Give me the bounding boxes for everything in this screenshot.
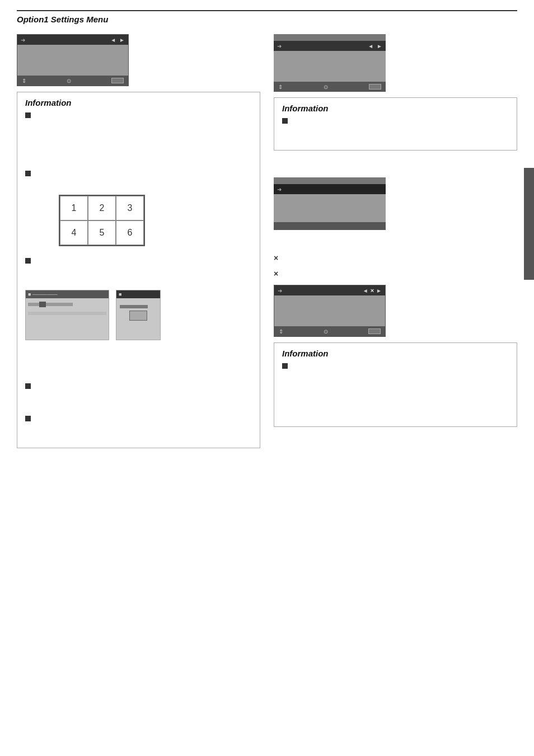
blank-line-5 <box>25 154 252 162</box>
mini-rect <box>129 311 147 321</box>
slider-widget[interactable] <box>28 303 73 306</box>
small-widget-left-label: ■ ─────── <box>28 292 58 297</box>
widget-row: ■ ─────── ■ <box>25 290 252 340</box>
blank-line-1 <box>25 123 252 131</box>
arrow-left-icon-right[interactable]: ◄ <box>368 43 373 49</box>
menu-arrow-indicator-x: ➜ <box>278 288 282 294</box>
blank-line-13 <box>25 394 252 402</box>
up-down-icon-x: ⇕ <box>279 328 283 335</box>
menu-right-gray-top <box>274 34 386 41</box>
info-text-left-1-2 <box>34 169 36 179</box>
menu-x-nav: ◄ × ► <box>363 287 382 294</box>
mini-bar <box>120 305 148 308</box>
menu-body-left <box>17 45 128 76</box>
cross-symbol-2: × <box>274 269 278 278</box>
x-arrow-left[interactable]: ◄ <box>363 288 368 294</box>
cross-text-2 <box>283 269 284 279</box>
menu-bottom-bar-x: ⇕ ⊙ <box>274 326 385 336</box>
grid-cell-6: 6 <box>116 220 144 245</box>
info-box-right-2: Information <box>274 97 517 151</box>
menu-top-bar-x: ➜ ◄ × ► <box>274 285 385 295</box>
menu-top-bar-left: ➜ ◄ ► <box>17 35 128 45</box>
info-text-left-1-5 <box>34 414 36 424</box>
slider-thumb[interactable] <box>39 302 46 307</box>
blank-line-r5 <box>282 389 509 397</box>
blank-line-4 <box>25 147 252 154</box>
bullet-icon-right-3-1 <box>282 363 288 369</box>
bullet-icon-left-1-2 <box>25 171 31 176</box>
menu-widget-left-inner: ➜ ◄ ► ⇕ ⊙ <box>17 34 129 86</box>
info-text-left-1-1 <box>34 111 36 121</box>
info-bullet-left-1-5 <box>25 414 252 424</box>
blank-line-r1 <box>282 129 509 137</box>
info-box-left-1: Information 1 2 <box>17 92 260 448</box>
right-column: ➜ ◄ ► ⇕ ⊙ Information <box>274 34 517 437</box>
slider-track-2 <box>28 312 106 315</box>
menu-top-bar-right: ➜ ◄ ► <box>274 41 386 51</box>
menu-arrow-indicator-right: ➜ <box>277 43 282 49</box>
bullet-icon-right-2-1 <box>282 118 288 124</box>
info-title-right-3: Information <box>282 349 509 358</box>
up-down-icon-right: ⇕ <box>278 84 283 90</box>
info-bullet-right-2-1 <box>282 116 509 126</box>
top-rule <box>17 10 517 11</box>
bullet-icon-left-1-5 <box>25 416 31 421</box>
page-title: Option1 Settings Menu <box>17 15 517 24</box>
menu-arrow-indicator-left: ➜ <box>21 37 25 43</box>
bullet-icon-left-1-4 <box>25 383 31 389</box>
menu-body-x <box>274 295 385 326</box>
page-container: Option1 Settings Menu ➜ ◄ ► ⇕ <box>0 0 534 756</box>
info-box-right-3: Information <box>274 342 517 427</box>
info-bullet-left-1-2 <box>25 169 252 179</box>
spacer-r1 <box>118 299 159 304</box>
cross-section-1: × <box>274 253 517 264</box>
arrow-right-icon-right[interactable]: ► <box>377 43 382 49</box>
right-spacer-2 <box>274 236 517 249</box>
info-bullet-left-1-4 <box>25 382 252 392</box>
info-bullet-left-1-3 <box>25 256 252 266</box>
arrow-right-icon[interactable]: ► <box>119 37 125 43</box>
cross-symbol-1: × <box>274 253 278 262</box>
small-widget-left: ■ ─────── <box>25 290 109 340</box>
up-down-icon-left: ⇕ <box>22 78 26 84</box>
blank-line-15 <box>25 426 252 434</box>
menu-bottom-right-mid <box>274 222 386 230</box>
blank-line-r6 <box>282 397 509 405</box>
grid-cell-1: 1 <box>60 196 88 220</box>
small-widget-right-top: ■ <box>116 290 160 298</box>
menu-widget-x: ➜ ◄ × ► ⇕ ⊙ <box>274 285 386 337</box>
blank-line-7 <box>25 269 252 276</box>
blank-line-11 <box>25 361 252 369</box>
menu-bottom-bar-right-top: ⇕ ⊙ <box>274 82 386 92</box>
menu-widget-right-top: ➜ ◄ ► ⇕ ⊙ <box>274 34 386 92</box>
menu-widget-x-inner: ➜ ◄ × ► ⇕ ⊙ <box>274 285 386 337</box>
info-text-right-3-1 <box>291 361 293 372</box>
blank-line-r4 <box>282 382 509 389</box>
grid-cell-3: 3 <box>116 196 144 220</box>
arrow-left-icon[interactable]: ◄ <box>110 37 116 43</box>
blank-line-14 <box>25 402 252 410</box>
info-text-left-1-4 <box>34 382 36 392</box>
circle-dot-icon-right: ⊙ <box>324 84 328 90</box>
small-widget-left-body <box>26 298 109 317</box>
menu-body-right-top <box>274 51 386 82</box>
number-grid: 1 2 3 4 5 6 <box>59 195 145 246</box>
menu-right-mid-gray-top <box>274 177 386 184</box>
cross-text-1 <box>283 253 284 264</box>
x-arrow-right[interactable]: ► <box>376 288 382 294</box>
bottom-rect-left <box>111 78 124 83</box>
small-widget-left-top: ■ ─────── <box>26 290 109 298</box>
menu-top-bar-right-mid: ➜ <box>274 184 386 194</box>
menu-nav-arrows-right: ◄ ► <box>368 43 382 49</box>
menu-arrow-indicator-right-mid: ➜ <box>277 186 282 192</box>
info-title-left-1: Information <box>25 98 252 107</box>
blank-line-3 <box>25 139 252 147</box>
blank-line-16 <box>25 434 252 442</box>
menu-widget-left: ➜ ◄ ► ⇕ ⊙ <box>17 34 129 86</box>
blank-line-r7 <box>282 405 509 413</box>
info-text-left-1-3 <box>34 256 36 266</box>
blank-line-12 <box>25 369 252 377</box>
blank-line-2 <box>25 131 252 139</box>
blank-line-r2 <box>282 137 509 144</box>
bullet-icon-left-1-3 <box>25 258 31 264</box>
